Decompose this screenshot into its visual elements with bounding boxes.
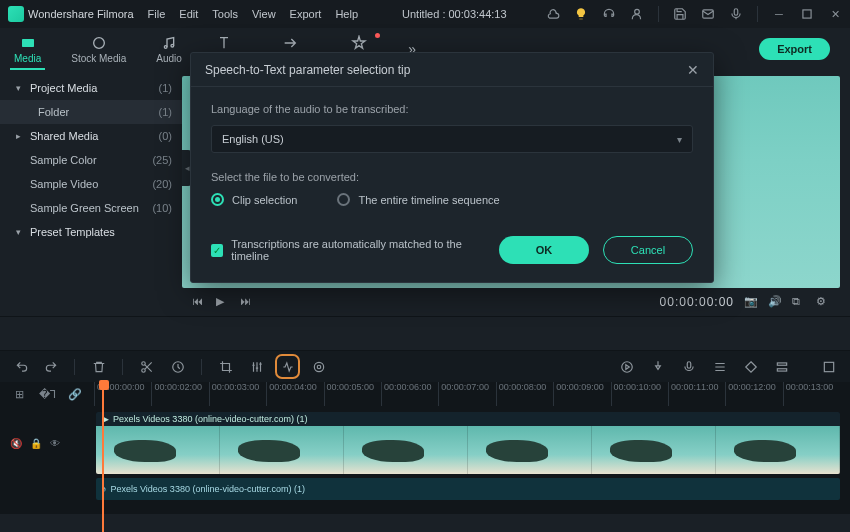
crop-icon[interactable] <box>218 359 233 374</box>
svg-point-8 <box>141 361 145 365</box>
undo-icon[interactable] <box>14 359 29 374</box>
tab-media[interactable]: Media <box>10 31 45 70</box>
svg-rect-4 <box>22 39 34 47</box>
sidebar-item-folder[interactable]: Folder(1) <box>0 100 182 124</box>
tips-icon[interactable] <box>574 7 588 21</box>
sidebar-item-sample-color[interactable]: Sample Color(25) <box>0 148 182 172</box>
sidebar-item-preset-templates[interactable]: ▾Preset Templates <box>0 220 182 244</box>
track-lock-icon[interactable]: 🔒 <box>30 438 42 449</box>
svg-point-0 <box>635 9 640 14</box>
track-visible-icon[interactable]: 👁 <box>50 438 60 449</box>
message-icon[interactable] <box>701 7 715 21</box>
titlebar: Wondershare Filmora File Edit Tools View… <box>0 0 850 28</box>
tab-label: Audio <box>156 53 182 64</box>
close-icon[interactable]: ✕ <box>828 7 842 21</box>
chevron-down-icon: ▾ <box>677 134 682 145</box>
menu-edit[interactable]: Edit <box>179 8 198 20</box>
app-logo <box>8 6 24 22</box>
svg-rect-14 <box>687 361 691 367</box>
audio-mixer-icon[interactable] <box>249 359 264 374</box>
timeline: ⊞ �⅂ 🔗 00:00:00:0000:00:02:0000:00:03:00… <box>0 382 850 514</box>
preview-controls: ⏮ ▶ ⏭ 00:00:00:00 📷 🔊 ⧉ ⚙ <box>182 288 840 316</box>
dialog-close-icon[interactable]: ✕ <box>687 62 699 78</box>
clip-label: Pexels Videos 3380 (online-video-cutter.… <box>113 414 307 424</box>
svg-point-9 <box>141 368 145 372</box>
minimize-icon[interactable]: ─ <box>772 7 786 21</box>
svg-point-11 <box>317 365 321 369</box>
volume-icon[interactable]: 🔊 <box>768 295 782 309</box>
snapshot-icon[interactable]: 📷 <box>744 295 758 309</box>
video-clip[interactable]: ▶Pexels Videos 3380 (online-video-cutter… <box>96 412 840 474</box>
sidebar-item-shared-media[interactable]: ▸Shared Media(0) <box>0 124 182 148</box>
record-icon[interactable] <box>681 359 696 374</box>
save-icon[interactable] <box>673 7 687 21</box>
play-icon[interactable]: ▶ <box>216 295 230 309</box>
magnet-icon[interactable]: �⅂ <box>38 385 56 403</box>
headset-icon[interactable] <box>602 7 616 21</box>
cloud-icon[interactable] <box>546 7 560 21</box>
tab-label: Media <box>14 53 41 64</box>
mic-icon[interactable] <box>729 7 743 21</box>
render-icon[interactable] <box>619 359 634 374</box>
radio-clip-selection[interactable]: Clip selection <box>211 193 297 206</box>
radio-entire-timeline[interactable]: The entire timeline sequence <box>337 193 499 206</box>
sidebar-item-sample-green-screen[interactable]: Sample Green Screen(10) <box>0 196 182 220</box>
svg-rect-2 <box>734 9 738 15</box>
time-ruler[interactable]: 00:00:00:0000:00:02:0000:00:03:0000:00:0… <box>94 382 840 406</box>
language-select[interactable]: English (US)▾ <box>211 125 693 153</box>
pip-icon[interactable]: ⧉ <box>792 295 806 309</box>
ok-button[interactable]: OK <box>499 236 589 264</box>
auto-beat-icon[interactable] <box>311 359 326 374</box>
user-icon[interactable] <box>630 7 644 21</box>
divider <box>658 6 659 22</box>
cancel-button[interactable]: Cancel <box>603 236 693 264</box>
speech-to-text-icon[interactable] <box>280 359 295 374</box>
file-select-label: Select the file to be converted: <box>211 171 693 183</box>
marker-icon[interactable] <box>650 359 665 374</box>
audio-clip[interactable]: ♪Pexels Videos 3380 (online-video-cutter… <box>96 478 840 500</box>
keyframe-icon[interactable] <box>743 359 758 374</box>
playhead[interactable] <box>102 382 104 532</box>
auto-match-checkbox[interactable]: ✓Transcriptions are automatically matche… <box>211 236 485 264</box>
split-icon[interactable] <box>139 359 154 374</box>
tab-stock-media[interactable]: Stock Media <box>67 31 130 70</box>
sidebar-item-project-media[interactable]: ▾Project Media(1) <box>0 76 182 100</box>
delete-icon[interactable] <box>91 359 106 374</box>
adjust-icon[interactable] <box>712 359 727 374</box>
document-title: Untitled : 00:03:44:13 <box>402 8 507 20</box>
menu-file[interactable]: File <box>148 8 166 20</box>
menu-bar: File Edit Tools View Export Help <box>148 8 358 20</box>
menu-export[interactable]: Export <box>290 8 322 20</box>
svg-point-13 <box>621 361 632 372</box>
media-sidebar: ▾Project Media(1) Folder(1) ▸Shared Medi… <box>0 70 182 288</box>
language-label: Language of the audio to be transcribed: <box>211 103 693 115</box>
menu-view[interactable]: View <box>252 8 276 20</box>
audio-label: Pexels Videos 3380 (online-video-cutter.… <box>111 484 305 494</box>
maximize-icon[interactable] <box>800 7 814 21</box>
tab-audio[interactable]: Audio <box>152 31 186 70</box>
tab-label: Stock Media <box>71 53 126 64</box>
dialog-title: Speech-to-Text parameter selection tip <box>205 63 410 77</box>
svg-rect-17 <box>824 362 833 371</box>
export-button[interactable]: Export <box>759 38 830 60</box>
next-frame-icon[interactable]: ⏭ <box>240 295 254 309</box>
svg-point-12 <box>314 362 323 371</box>
redo-icon[interactable] <box>43 359 58 374</box>
menu-help[interactable]: Help <box>335 8 358 20</box>
sidebar-item-sample-video[interactable]: Sample Video(20) <box>0 172 182 196</box>
svg-rect-15 <box>777 362 786 364</box>
track-mute-icon[interactable]: 🔇 <box>10 438 22 449</box>
app-title: Wondershare Filmora <box>28 8 134 20</box>
zoom-fit-icon[interactable] <box>821 359 836 374</box>
svg-rect-16 <box>777 368 786 370</box>
menu-tools[interactable]: Tools <box>212 8 238 20</box>
timeline-options-icon[interactable]: ⊞ <box>10 385 28 403</box>
audio-track: ♪Pexels Videos 3380 (online-video-cutter… <box>10 478 840 500</box>
settings-icon[interactable]: ⚙ <box>816 295 830 309</box>
prev-frame-icon[interactable]: ⏮ <box>192 295 206 309</box>
link-icon[interactable]: 🔗 <box>66 385 84 403</box>
speed-icon[interactable] <box>170 359 185 374</box>
video-track: 🔇🔒👁 ▶Pexels Videos 3380 (online-video-cu… <box>10 412 840 474</box>
track-manager-icon[interactable] <box>774 359 789 374</box>
speech-to-text-dialog: Speech-to-Text parameter selection tip✕ … <box>190 52 714 283</box>
